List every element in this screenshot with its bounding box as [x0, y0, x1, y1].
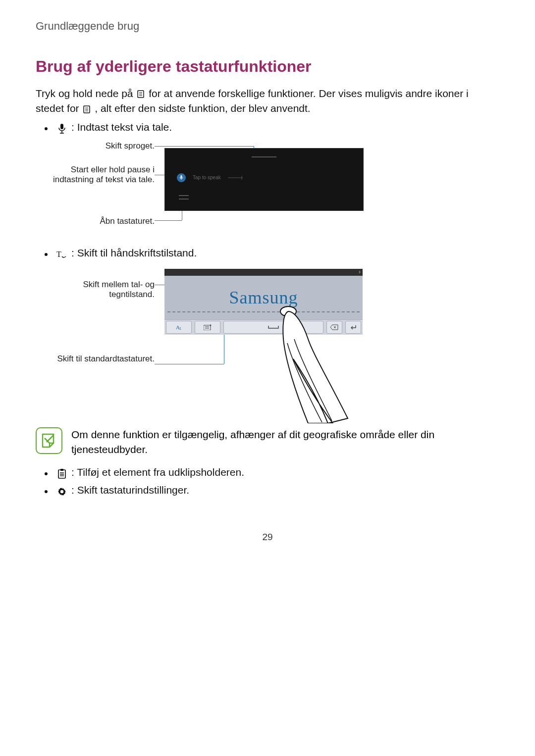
svg-text:T: T [56, 250, 61, 258]
tap-to-speak-label: Tap to speak [193, 175, 221, 180]
bullet-voice: : Indtast tekst via tale. [45, 121, 499, 134]
svg-rect-19 [204, 325, 211, 330]
callout-language: Skift sproget. [51, 141, 155, 151]
callout-keyboard: Åbn tastaturet. [51, 216, 155, 226]
note-text: Om denne funktion er tilgængelig, afhæng… [71, 427, 499, 457]
bullet-settings: : Skift tastaturindstillinger. [45, 484, 499, 497]
callout-pause: Start eller hold pause i indtastning af … [51, 165, 155, 185]
gear-icon [56, 486, 67, 497]
svg-rect-8 [60, 124, 63, 129]
bullet-dot [45, 253, 48, 256]
bullet-handwriting: T : Skift til håndskriftstilstand. [45, 247, 499, 260]
note-block: Om denne funktion er tilgængelig, afhæng… [36, 427, 499, 457]
bullet-dot [45, 472, 48, 475]
note-icon [36, 427, 62, 454]
bullet-clipboard-text: : Tilføj et element fra udklipsholderen. [71, 466, 244, 478]
handwriting-topbar[interactable] [164, 269, 363, 276]
voice-input-panel: Tap to speak [164, 148, 364, 211]
keyboard-handle[interactable] [179, 195, 189, 200]
figure-voice-input: Skift sproget. Start eller hold pause i … [36, 143, 499, 232]
finger-illustration [273, 304, 363, 423]
intro-text-c: , alt efter den sidste funktion, der ble… [95, 102, 310, 114]
bullet-handwriting-text: : Skift til håndskriftstilstand. [71, 247, 197, 259]
microphone-icon [56, 123, 67, 134]
svg-rect-26 [60, 469, 63, 471]
waveform-icon [228, 176, 243, 180]
handwriting-icon: T [56, 249, 67, 260]
intro-text-a: Tryk og hold nede på [36, 88, 136, 99]
page-number: 29 [36, 532, 499, 543]
clipboard-icon [82, 105, 92, 114]
keyboard-switch-button[interactable] [195, 321, 220, 334]
language-bar[interactable] [165, 151, 363, 156]
callout-num-sign: Skift mellem tal- og tegntilstand. [51, 280, 155, 300]
document-page: Grundlæggende brug Brug af yderligere ta… [0, 0, 535, 562]
bullet-voice-text: : Indtast tekst via tale. [71, 121, 172, 133]
breadcrumb: Grundlæggende brug [36, 20, 499, 33]
mic-button[interactable] [177, 173, 186, 182]
intro-paragraph: Tryk og hold nede på for at anvende fors… [36, 86, 499, 116]
bullet-settings-text: : Skift tastaturindstillinger. [71, 484, 189, 496]
bullet-clipboard: : Tilføj et element fra udklipsholderen. [45, 466, 499, 479]
bullet-dot [45, 127, 48, 130]
clipboard-icon [136, 90, 146, 99]
section-heading: Brug af yderligere tastaturfunktioner [36, 57, 499, 76]
svg-rect-12 [181, 175, 182, 178]
bullet-dot [45, 490, 48, 493]
clipboard-icon [56, 468, 67, 479]
svg-point-30 [60, 490, 63, 493]
svg-text:1: 1 [179, 327, 181, 330]
callout-std-keyboard: Skift til standardtastaturet. [51, 354, 155, 364]
figure-handwriting: Skift mellem tal- og tegntilstand. Skift… [36, 269, 499, 417]
mode-toggle-button[interactable]: A1 [166, 321, 192, 334]
